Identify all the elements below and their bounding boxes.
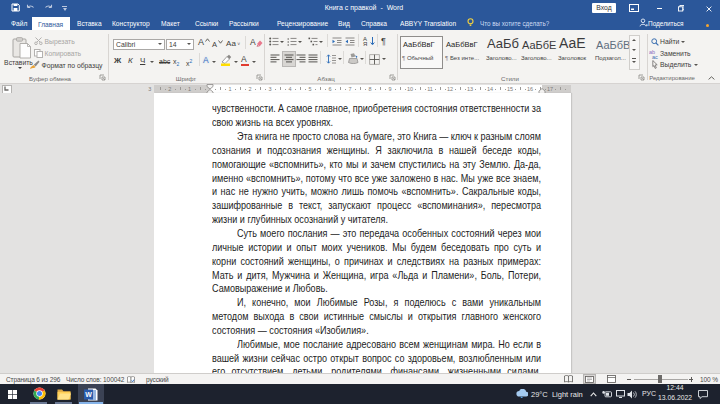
svg-text:ac: ac [652,53,658,58]
svg-text:W: W [85,391,92,398]
